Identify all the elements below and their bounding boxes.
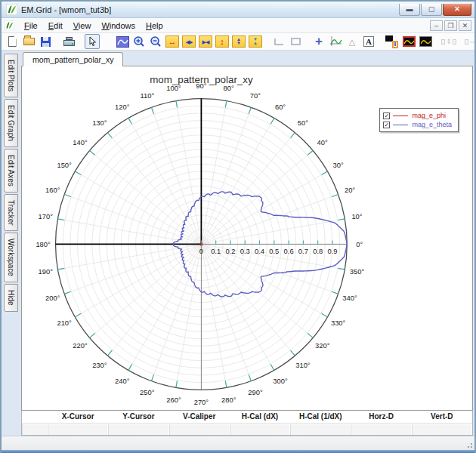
open-button[interactable] — [21, 34, 36, 49]
zoom-in-button[interactable] — [131, 34, 147, 49]
menu-help[interactable]: Help — [141, 20, 168, 32]
menu-windows[interactable]: Windows — [96, 20, 141, 32]
angle-label: 320° — [315, 341, 330, 350]
window-title: EM.Grid - [wmom_tut3b] — [21, 5, 111, 14]
split-box-icon — [465, 39, 468, 45]
tracker-header-h-cal-dx: H-Cal (dX) — [230, 411, 290, 423]
tracker-value-row — [22, 424, 472, 435]
plot-style-active-button[interactable] — [401, 34, 416, 49]
subplot-tool-button[interactable] — [385, 34, 400, 49]
compress-x-icon: ▶◀ — [199, 35, 212, 48]
split-box-icon — [441, 39, 445, 45]
status-bar — [2, 436, 474, 450]
angle-label: 170° — [39, 212, 54, 220]
angle-label: 270° — [194, 398, 209, 406]
expand-x-button[interactable]: ↔ — [165, 34, 180, 49]
crosshair-tool-button[interactable]: + — [311, 34, 326, 49]
angle-tick — [107, 350, 112, 356]
plot-view-button[interactable] — [115, 34, 130, 49]
sidebar-tab-tracker[interactable]: Tracker — [4, 194, 18, 232]
dark-plot-red-frame-icon — [403, 36, 416, 47]
rectangle-tool-button[interactable] — [288, 34, 303, 49]
expand-y-button[interactable]: ↕ — [215, 34, 230, 49]
resize-grip[interactable] — [465, 441, 473, 448]
sidebar-tab-edit-graph[interactable]: Edit Graph — [4, 99, 18, 147]
compress-x-button[interactable]: ▶◀ — [198, 34, 213, 49]
sidebar-tab-workspace[interactable]: Workspace — [4, 233, 18, 282]
mdi-minimize-button[interactable]: – — [430, 20, 443, 31]
angle-tick — [249, 374, 251, 381]
angle-tick — [176, 381, 178, 387]
legend-item-mag-e-phi[interactable]: ✓ mag_e_phi — [383, 111, 452, 120]
scroll-x-icon: ◀▶ — [182, 35, 196, 48]
corner-icon — [274, 39, 283, 45]
print-icon — [63, 37, 75, 46]
print-button[interactable] — [61, 34, 76, 49]
angle-label: 100° — [166, 84, 181, 92]
tracker-header-horz-d: Horz-D — [351, 411, 411, 423]
waveform-view-icon — [116, 36, 129, 48]
axes-tracker-button[interactable] — [328, 34, 343, 49]
new-document-button[interactable] — [5, 34, 20, 49]
menu-edit[interactable]: Edit — [43, 20, 68, 32]
sidebar-tab-edit-plots[interactable]: Edit Plots — [4, 54, 18, 97]
angle-tick — [64, 291, 71, 294]
split-horizontal-icon: ⇔ — [469, 38, 475, 45]
maximize-button[interactable]: ▢ — [421, 4, 442, 16]
mdi-close-button[interactable]: ✕ — [459, 20, 471, 31]
angle-label: 0° — [356, 240, 363, 248]
tracker-header-y-cursor: Y-Cursor — [108, 411, 168, 423]
angle-tick — [308, 150, 313, 155]
pointer-tool-button[interactable] — [85, 34, 100, 49]
tracker-header-h-cal-1dx: H-Cal (1/dX) — [290, 411, 351, 423]
angle-tick — [291, 350, 295, 356]
toolbar: ↔ ◀▶ ▶◀ ↕ ▲▼ ▼▲ + △ A — [2, 33, 474, 51]
sidebar-tab-hide[interactable]: Hide — [4, 284, 18, 312]
radial-tick-label: 0.3 — [240, 247, 250, 255]
legend-label: mag_e_phi — [412, 112, 446, 119]
new-document-icon — [8, 36, 17, 47]
scroll-y-button[interactable]: ▲▼ — [231, 34, 246, 49]
close-button[interactable]: ✕ — [443, 4, 471, 16]
scroll-x-button[interactable]: ◀▶ — [181, 34, 196, 49]
angle-tick — [151, 374, 153, 381]
text-tool-button[interactable]: A — [361, 34, 376, 49]
marker-tool-button[interactable]: △ — [345, 34, 360, 49]
menu-bar: File Edit View Windows Help – ❐ ✕ — [2, 18, 474, 33]
legend[interactable]: ✓ mag_e_phi ✓ mag_e_theta — [379, 108, 459, 132]
menu-file[interactable]: File — [19, 20, 43, 32]
angle-label: 200° — [45, 294, 60, 302]
zoom-out-icon — [150, 35, 162, 48]
radial-tick-label: 0 — [199, 247, 203, 255]
angle-tick — [151, 107, 153, 114]
compress-y-icon: ▼▲ — [249, 35, 262, 48]
angle-tick — [322, 313, 328, 317]
angle-tick — [338, 268, 345, 270]
angle-label: 180° — [36, 240, 51, 248]
sidebar-tab-edit-axes[interactable]: Edit Axes — [4, 149, 18, 193]
side-tab-strip: Edit Plots Edit Graph Edit Axes Tracker … — [2, 51, 21, 436]
legend-checkbox-icon[interactable]: ✓ — [383, 122, 390, 128]
legend-item-mag-e-theta[interactable]: ✓ mag_e_theta — [383, 120, 452, 129]
tracker-header-x-cursor: X-Cursor — [48, 411, 108, 423]
application-window: EM.Grid - [wmom_tut3b] ▬ ▢ ✕ File Edit V… — [0, 0, 476, 453]
compress-y-button[interactable]: ▼▲ — [248, 34, 263, 49]
tracker-cell — [351, 424, 411, 435]
menu-view[interactable]: View — [68, 20, 97, 32]
save-button[interactable] — [38, 34, 53, 49]
minimize-button[interactable]: ▬ — [399, 4, 420, 16]
mdi-restore-button[interactable]: ❐ — [444, 20, 457, 31]
zoom-out-button[interactable] — [148, 34, 163, 49]
angle-label: 140° — [73, 138, 88, 146]
tracker-cell — [230, 424, 290, 435]
corner-tool-button[interactable] — [271, 34, 286, 49]
document-tab-active[interactable]: mom_pattern_polar_xy — [23, 52, 123, 66]
plot-style-button[interactable] — [418, 34, 433, 49]
angle-label: 30° — [333, 161, 344, 169]
split-vertical-button: ⇕ — [441, 34, 456, 49]
tracker-cell — [412, 424, 472, 435]
angle-label: 130° — [92, 119, 107, 127]
legend-checkbox-icon[interactable]: ✓ — [383, 112, 390, 119]
radial-tick-label: 0.8 — [313, 247, 323, 255]
angle-label: 210° — [57, 319, 72, 327]
